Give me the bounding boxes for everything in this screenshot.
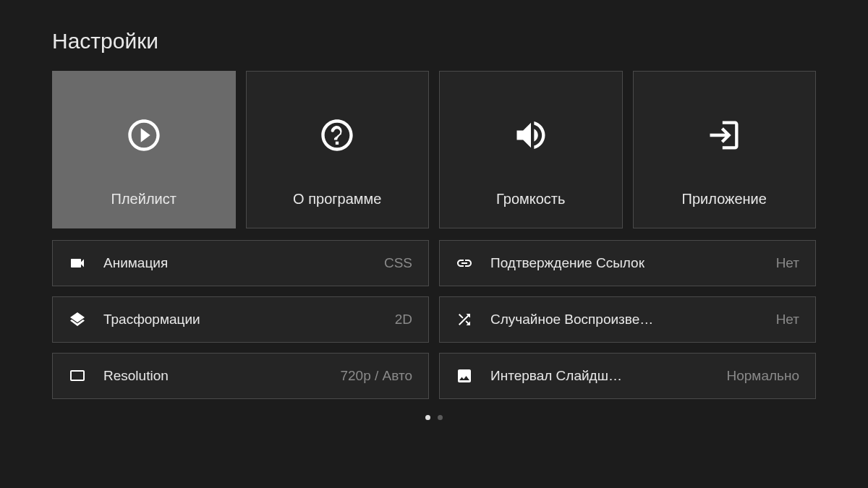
setting-value: Нормально xyxy=(726,368,799,384)
help-circle-icon xyxy=(318,116,356,157)
setting-transformations[interactable]: Трасформации 2D xyxy=(52,296,429,343)
tile-label: Плейлист xyxy=(111,191,176,207)
settings-columns: Анимация CSS Трасформации 2D Resolution … xyxy=(52,240,816,399)
exit-icon xyxy=(705,116,743,157)
settings-column-left: Анимация CSS Трасформации 2D Resolution … xyxy=(52,240,429,399)
setting-value: Нет xyxy=(776,312,799,328)
image-icon xyxy=(456,367,473,385)
setting-label: Интервал Слайдш… xyxy=(490,368,718,384)
setting-label: Анимация xyxy=(103,255,375,271)
setting-value: Нет xyxy=(776,255,799,271)
tile-label: О программе xyxy=(293,191,381,207)
setting-label: Трасформации xyxy=(103,312,386,328)
monitor-icon xyxy=(69,367,86,385)
page-indicator xyxy=(52,415,816,420)
page-title: Настройки xyxy=(52,29,816,53)
page-dot[interactable] xyxy=(438,415,443,420)
setting-value: 2D xyxy=(395,312,412,328)
settings-column-right: Подтверждение Ссылок Нет Случайное Воспр… xyxy=(439,240,816,399)
layers-icon xyxy=(69,311,86,328)
setting-label: Случайное Воспроизве… xyxy=(490,312,767,328)
tile-application[interactable]: Приложение xyxy=(633,71,817,228)
tile-volume[interactable]: Громкость xyxy=(439,71,623,228)
setting-value: CSS xyxy=(384,255,412,271)
play-circle-icon xyxy=(125,116,163,157)
tile-label: Приложение xyxy=(682,191,767,207)
setting-link-confirmation[interactable]: Подтверждение Ссылок Нет xyxy=(439,240,816,286)
setting-label: Resolution xyxy=(103,368,331,384)
tile-about[interactable]: О программе xyxy=(246,71,430,228)
tile-playlist[interactable]: Плейлист xyxy=(52,71,236,228)
volume-icon xyxy=(512,116,550,157)
setting-resolution[interactable]: Resolution 720p / Авто xyxy=(52,353,429,399)
tile-label: Громкость xyxy=(496,191,565,207)
setting-slideshow-interval[interactable]: Интервал Слайдш… Нормально xyxy=(439,353,816,399)
shuffle-icon xyxy=(456,311,473,328)
setting-shuffle[interactable]: Случайное Воспроизве… Нет xyxy=(439,296,816,343)
setting-animation[interactable]: Анимация CSS xyxy=(52,240,429,286)
tiles-row: Плейлист О программе Громкость Приложени… xyxy=(52,71,816,228)
setting-label: Подтверждение Ссылок xyxy=(490,255,767,271)
video-camera-icon xyxy=(69,254,86,272)
page-dot-active[interactable] xyxy=(425,415,430,420)
link-icon xyxy=(456,254,473,272)
setting-value: 720p / Авто xyxy=(340,368,412,384)
